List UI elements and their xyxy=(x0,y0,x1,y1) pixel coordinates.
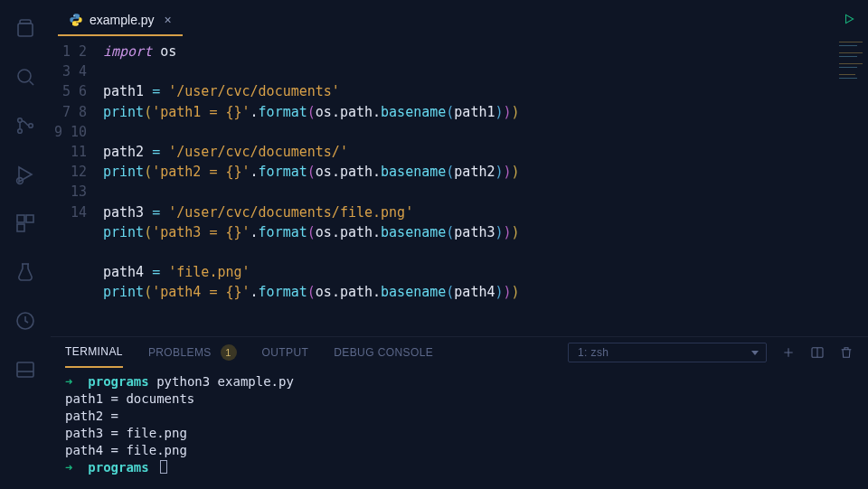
line-number-gutter: 1 2 3 4 5 6 7 8 9 10 11 12 13 14 xyxy=(51,42,103,336)
panel-toolbar: 1: zsh xyxy=(568,343,854,362)
bottom-panel: TERMINAL PROBLEMS 1 OUTPUT DEBUG CONSOLE… xyxy=(51,336,868,489)
svg-rect-8 xyxy=(17,224,24,231)
code-region[interactable]: 1 2 3 4 5 6 7 8 9 10 11 12 13 14 import … xyxy=(51,36,868,336)
tab-problems-label: PROBLEMS xyxy=(148,346,212,359)
code-content[interactable]: import os path1 = '/user/cvc/documents' … xyxy=(103,42,868,336)
tab-bar: example.py × xyxy=(51,0,868,36)
run-button[interactable] xyxy=(843,13,855,28)
svg-point-3 xyxy=(18,129,23,134)
python-file-icon xyxy=(69,13,83,27)
testing-icon[interactable] xyxy=(14,260,37,284)
explorer-icon[interactable] xyxy=(14,16,37,40)
new-terminal-icon[interactable] xyxy=(781,345,796,360)
problems-count-badge: 1 xyxy=(221,344,237,361)
search-icon[interactable] xyxy=(14,65,37,89)
svg-point-11 xyxy=(73,15,74,16)
close-icon[interactable]: × xyxy=(165,13,172,27)
activity-bar xyxy=(0,0,51,489)
extensions-icon[interactable] xyxy=(14,212,37,235)
tab-example-py[interactable]: example.py × xyxy=(58,4,183,36)
trash-icon[interactable] xyxy=(839,345,854,360)
tab-terminal[interactable]: TERMINAL xyxy=(65,337,123,368)
svg-rect-10 xyxy=(17,362,33,377)
svg-rect-7 xyxy=(26,215,33,222)
terminal-shell-select[interactable]: 1: zsh xyxy=(568,343,767,362)
svg-rect-6 xyxy=(17,215,24,222)
run-debug-icon[interactable] xyxy=(14,163,37,186)
terminal-output[interactable]: ➜ programs python3 example.py path1 = do… xyxy=(65,368,854,489)
minimap[interactable] xyxy=(839,40,863,112)
svg-point-1 xyxy=(18,70,31,82)
tab-output[interactable]: OUTPUT xyxy=(262,338,309,367)
timeline-icon[interactable] xyxy=(14,309,37,333)
panel-icon[interactable] xyxy=(14,358,37,381)
tab-debug-console[interactable]: DEBUG CONSOLE xyxy=(334,338,433,367)
tab-problems[interactable]: PROBLEMS 1 xyxy=(148,336,237,369)
svg-point-4 xyxy=(29,124,33,128)
source-control-icon[interactable] xyxy=(14,114,37,137)
svg-rect-0 xyxy=(18,24,33,36)
editor-area: example.py × 1 2 3 4 5 6 7 8 9 10 11 12 … xyxy=(51,0,868,336)
svg-point-2 xyxy=(18,118,23,123)
svg-point-12 xyxy=(77,24,78,24)
panel-tabs: TERMINAL PROBLEMS 1 OUTPUT DEBUG CONSOLE… xyxy=(65,337,854,368)
split-terminal-icon[interactable] xyxy=(810,345,825,360)
terminal-shell-label: 1: zsh xyxy=(578,346,609,359)
tab-filename: example.py xyxy=(90,13,155,27)
